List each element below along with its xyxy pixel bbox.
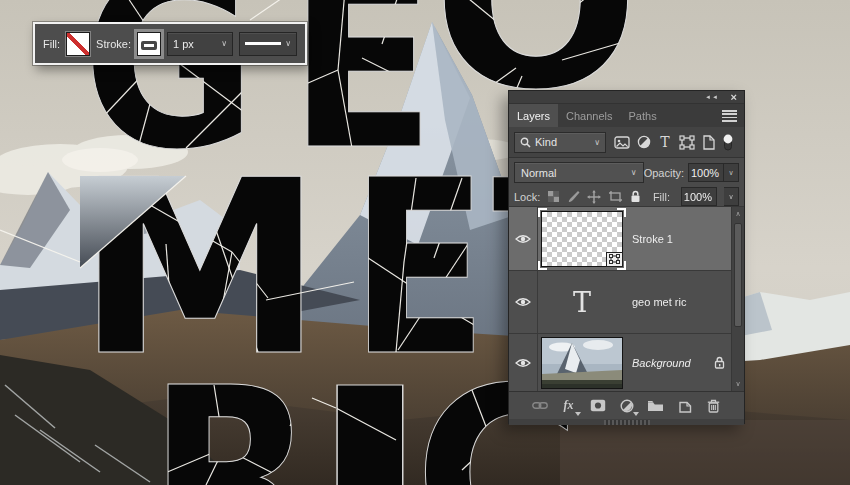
new-group-button[interactable] [647, 397, 665, 415]
photoshop-workspace: GEOMETRIC [0, 0, 850, 485]
fx-icon: fx [564, 398, 574, 413]
layer-mask-icon [590, 399, 606, 412]
caret-down-icon [633, 412, 639, 416]
eye-icon [515, 358, 531, 368]
image-layer-thumbnail[interactable] [541, 337, 623, 389]
visibility-cell[interactable] [509, 207, 538, 270]
selection-bracket [538, 261, 547, 270]
fill-amount-label: Fill: [653, 191, 674, 203]
opacity-label: Opacity: [644, 167, 688, 179]
new-layer-button[interactable] [676, 397, 694, 415]
filter-icons: T [614, 134, 734, 151]
adjustment-layer-filter-icon[interactable] [637, 135, 651, 149]
stroke-width-value: 1 px [173, 38, 194, 50]
delete-layer-button[interactable] [705, 397, 723, 415]
visibility-cell[interactable] [509, 271, 538, 333]
new-adjustment-layer-button[interactable] [618, 397, 636, 415]
shape-layer-filter-icon[interactable] [679, 135, 695, 150]
filter-row: Kind ∨ T [509, 127, 744, 158]
smart-object-filter-icon[interactable] [702, 135, 715, 150]
layer-name[interactable]: Background [632, 357, 691, 369]
panel-header: ◄◄ × [509, 91, 744, 104]
lock-transparency-icon[interactable] [547, 190, 560, 203]
shape-options-bar: Fill: Stroke: 1 px ∨ ∨ [33, 22, 307, 65]
chain-link-icon [532, 401, 548, 410]
selection-bracket [617, 208, 626, 217]
stroke-swatch-bar [141, 41, 157, 50]
grip-texture [604, 420, 650, 425]
opacity-chevron[interactable]: ∨ [724, 163, 739, 182]
blend-mode-value: Normal [521, 167, 556, 179]
fill-label: Fill: [43, 38, 60, 50]
link-layers-button[interactable] [531, 397, 549, 415]
scroll-down-icon[interactable]: ∨ [732, 380, 744, 388]
adjustment-circle-icon [620, 399, 634, 413]
layers-list: Stroke 1 T geo met ric [509, 207, 744, 392]
layers-footer: fx [509, 392, 744, 419]
stroke-style-dropdown[interactable]: ∨ [239, 32, 297, 56]
chevron-down-icon: ∨ [281, 39, 291, 48]
layer-style-button[interactable]: fx [560, 397, 578, 415]
type-layer-filter-icon[interactable]: T [658, 135, 672, 149]
layers-scrollbar[interactable]: ∧ ∨ [731, 207, 744, 391]
lock-artboard-icon[interactable] [608, 190, 623, 203]
opacity-value[interactable]: 100% [688, 163, 724, 182]
search-icon [520, 137, 531, 148]
layer-row-geometric-text[interactable]: T geo met ric [509, 271, 731, 334]
type-layer-thumbnail[interactable]: T [541, 287, 623, 318]
layer-lock-icon[interactable] [714, 356, 725, 369]
stroke-label: Stroke: [96, 38, 131, 50]
lock-all-icon[interactable] [630, 190, 641, 203]
tab-paths[interactable]: Paths [621, 104, 665, 127]
pixel-layer-filter-icon[interactable] [614, 135, 630, 150]
lock-pixels-brush-icon[interactable] [567, 190, 580, 203]
eye-icon [515, 297, 531, 307]
layer-row-stroke1[interactable]: Stroke 1 [509, 207, 731, 271]
fill-amount-value[interactable]: 100% [681, 187, 717, 206]
panel-menu-icon[interactable] [722, 110, 737, 122]
trash-icon [707, 399, 720, 413]
scrollbar-thumb[interactable] [734, 223, 742, 327]
scroll-up-icon[interactable]: ∧ [732, 210, 744, 218]
panel-resize-grip[interactable] [509, 419, 744, 425]
collapse-panel-icon[interactable]: ◄◄ [705, 94, 719, 100]
chevron-down-icon: ∨ [217, 39, 227, 48]
eye-icon [515, 234, 531, 244]
new-layer-icon [678, 399, 692, 413]
svg-text:T: T [660, 135, 670, 149]
stroke-width-dropdown[interactable]: 1 px ∨ [167, 32, 233, 56]
filter-toggle-icon[interactable] [722, 134, 734, 151]
fill-swatch-none[interactable] [66, 32, 90, 56]
folder-icon [647, 399, 664, 412]
layer-thumbnail-transparent[interactable] [541, 211, 623, 267]
layer-name[interactable]: Stroke 1 [632, 233, 673, 245]
layers-panel: ◄◄ × Layers Channels Paths Kind ∨ [508, 90, 745, 424]
kind-filter-dropdown[interactable]: Kind ∨ [514, 132, 606, 153]
chevron-down-icon: ∨ [631, 168, 637, 177]
add-layer-mask-button[interactable] [589, 397, 607, 415]
stroke-swatch[interactable] [137, 32, 161, 56]
selection-bracket [538, 208, 547, 217]
layer-name[interactable]: geo met ric [632, 296, 686, 308]
panel-tabs: Layers Channels Paths [509, 104, 744, 127]
close-panel-icon[interactable]: × [731, 91, 737, 103]
shape-edit-badge-icon [606, 252, 623, 267]
tab-channels[interactable]: Channels [558, 104, 620, 127]
chevron-down-icon: ∨ [594, 138, 600, 147]
kind-filter-label: Kind [535, 136, 557, 148]
caret-down-icon [575, 412, 581, 416]
tab-layers[interactable]: Layers [509, 104, 558, 127]
visibility-cell[interactable] [509, 334, 538, 391]
lock-position-move-icon[interactable] [587, 190, 601, 204]
solid-line-icon [245, 42, 281, 45]
blend-row: Normal ∨ Opacity: 100% ∨ [509, 158, 744, 187]
layer-row-background[interactable]: Background [509, 334, 731, 392]
fill-amount-chevron[interactable]: ∨ [724, 187, 739, 206]
svg-text:R: R [148, 337, 316, 485]
blend-mode-dropdown[interactable]: Normal ∨ [514, 162, 644, 183]
lock-label: Lock: [514, 191, 540, 203]
lock-row: Lock: F [509, 187, 744, 207]
